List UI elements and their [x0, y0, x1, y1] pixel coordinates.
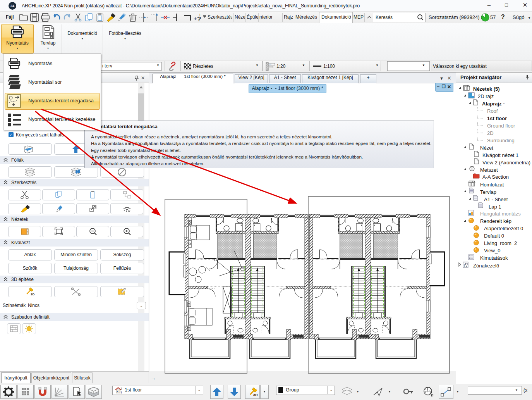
svg-text:2D: 2D: [487, 130, 494, 136]
svg-text:2: 2: [466, 264, 467, 267]
svg-text:Surrounding: Surrounding: [487, 138, 515, 143]
svg-text:2: 2: [120, 387, 122, 390]
svg-text:View 2 (Axonometria): View 2 (Axonometria): [482, 160, 530, 166]
svg-text:Homlokzat: Homlokzat: [480, 182, 504, 188]
svg-text:Zónakezelő: Zónakezelő: [473, 263, 499, 269]
svg-text:Default 0: Default 0: [484, 233, 504, 239]
svg-text:View_0: View_0: [484, 248, 500, 253]
svg-text:Renderelt kép: Renderelt kép: [480, 218, 511, 224]
svg-text:Roof: Roof: [487, 108, 498, 114]
svg-text:Metszet: Metszet: [480, 167, 498, 173]
svg-text:1: 1: [120, 391, 122, 394]
svg-text:Living_room_2: Living_room_2: [484, 240, 517, 246]
svg-text:2D rajz: 2D rajz: [478, 93, 494, 99]
svg-text:Lap 1: Lap 1: [489, 204, 501, 210]
svg-text:A1 - Sheet: A1 - Sheet: [484, 197, 508, 202]
svg-text:1st floor: 1st floor: [487, 116, 507, 121]
svg-text:+: +: [194, 15, 197, 22]
svg-text:Nézetek (5): Nézetek (5): [473, 86, 500, 92]
svg-text:Kivágott nézet 1: Kivágott nézet 1: [482, 152, 518, 158]
svg-text:A-A Section: A-A Section: [482, 174, 509, 180]
svg-text:Alaprajz -: Alaprajz -: [482, 101, 505, 107]
svg-text:Hangulat montázs: Hangulat montázs: [480, 211, 521, 217]
svg-text:Kimutatások: Kimutatások: [480, 255, 508, 261]
svg-text:3D: 3D: [253, 393, 258, 397]
svg-text:+: +: [199, 12, 201, 17]
svg-text:Ground floor: Ground floor: [487, 123, 515, 129]
svg-text:Alapértelmezett 0: Alapértelmezett 0: [484, 226, 523, 231]
svg-text:Tervlap: Tervlap: [480, 189, 496, 195]
svg-text:Nézet: Nézet: [480, 145, 493, 151]
svg-text:3D: 3D: [31, 293, 34, 296]
